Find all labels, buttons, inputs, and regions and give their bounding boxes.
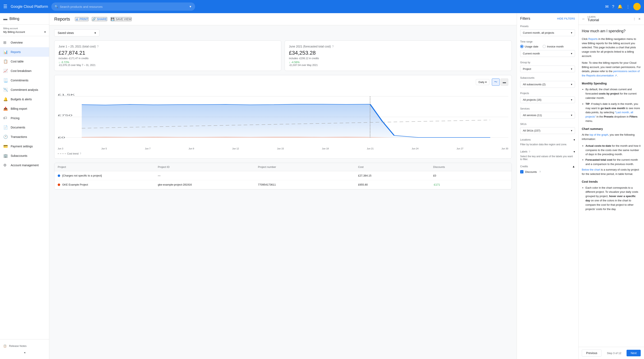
skus-dropdown[interactable]: All SKUs (157) ▾ xyxy=(520,127,575,134)
tutorial-para-0: Click Reports in the Billing navigation … xyxy=(582,37,641,58)
sidebar-item-budgets-alerts[interactable]: 🔔 Budgets & alerts xyxy=(0,95,49,104)
x-label-7: Jun 21 xyxy=(367,147,374,150)
usage-date-dot xyxy=(521,46,523,47)
current-month-dropdown[interactable]: Current month ▾ xyxy=(520,50,575,57)
tutorial-prev-button[interactable]: Previous xyxy=(582,349,602,356)
top-of-graph-link[interactable]: top of the graph xyxy=(590,133,608,136)
print-button[interactable]: 🖨 PRINT xyxy=(75,17,88,21)
sidebar-item-account-management[interactable]: ⚙ Account management xyxy=(0,161,49,170)
help-icon-actual[interactable]: ? xyxy=(97,45,98,48)
billing-account-selector[interactable]: My Billing Account ▾ xyxy=(3,31,46,34)
below-chart-link[interactable]: Below the chart xyxy=(582,168,600,171)
sidebar-item-commitment-analysis[interactable]: 📉 Commitment analysis xyxy=(0,85,49,95)
project-cost-0: £27,384.15 xyxy=(358,174,433,177)
subaccounts-dropdown[interactable]: All subaccounts (2) ▾ xyxy=(520,81,575,88)
sidebar-item-cost-table[interactable]: 📋 Cost table xyxy=(0,57,49,66)
reports-link[interactable]: Reports xyxy=(588,37,598,41)
sidebar-item-label: Pricing xyxy=(11,117,20,120)
labels-help-icon[interactable]: ? xyxy=(528,150,530,153)
tutorial-chart-summary-title: Chart summary xyxy=(582,127,641,131)
labels-chevron: ▾ xyxy=(574,150,575,153)
tutorial-close-icon[interactable]: ✕ xyxy=(638,17,641,21)
col-discounts: Discounts xyxy=(433,165,508,169)
change-value-actual: -3.72% xyxy=(61,61,69,64)
tutorial-sub-item-1: Forecasted total cost for the current mo… xyxy=(586,158,641,166)
tutorial-monthly-list: By default, the chart shows current and … xyxy=(582,87,641,123)
release-notes-icon: 📋 xyxy=(3,344,6,347)
services-dropdown[interactable]: All services (11) ▾ xyxy=(520,112,575,119)
sidebar-collapse-btn[interactable]: ◂ xyxy=(3,349,46,356)
tutorial-header-actions: ⋮ ✕ xyxy=(633,17,641,21)
daily-dropdown[interactable]: Daily ▾ xyxy=(476,79,489,85)
current-month-chevron: ▾ xyxy=(571,52,572,55)
x-label-0: Jun 3 xyxy=(58,147,63,150)
sidebar-item-pricing[interactable]: 🏷 Pricing xyxy=(0,113,49,123)
locations-header[interactable]: Locations ▾ xyxy=(520,138,575,141)
sidebar-item-subaccounts[interactable]: 🏢 Subaccounts xyxy=(0,151,49,161)
group-by-dropdown[interactable]: Project ▾ xyxy=(520,66,575,72)
skus-section: SKUs All SKUs (157) ▾ xyxy=(520,123,575,134)
subaccounts-value: All subaccounts (2) xyxy=(523,83,546,86)
presets-chevron: ▾ xyxy=(571,31,572,34)
avatar[interactable] xyxy=(633,3,641,10)
help-icon[interactable]: ? xyxy=(612,4,614,9)
billing-account-chevron: ▾ xyxy=(44,31,46,34)
projects-value: All projects (16) xyxy=(523,98,541,101)
email-icon[interactable]: ✉ xyxy=(605,4,609,9)
sidebar-item-transactions[interactable]: 🕐 Transactions xyxy=(0,132,49,142)
sidebar-item-cost-breakdown[interactable]: 📈 Cost breakdown xyxy=(0,66,49,76)
print-label: PRINT xyxy=(80,18,88,21)
credits-label: Credits xyxy=(520,165,528,168)
hide-filters-button[interactable]: HIDE FILTERS xyxy=(557,17,575,20)
line-chart-btn[interactable]: 〜 xyxy=(492,79,500,86)
account-management-icon: ⚙ xyxy=(3,163,8,167)
discounts-label: Discounts xyxy=(525,170,537,173)
save-view-button[interactable]: 💾 SAVE VIEW xyxy=(110,17,132,21)
documents-icon: 📄 xyxy=(3,125,8,130)
sidebar-item-release-notes[interactable]: 📋 Release Notes xyxy=(3,343,46,349)
projects-dropdown[interactable]: All projects (16) ▾ xyxy=(520,96,575,103)
col-project-id: Project ID xyxy=(158,165,258,169)
billing-header: ▬ Billing xyxy=(0,13,49,25)
help-icon-forecast[interactable]: ? xyxy=(332,45,334,48)
presets-dropdown[interactable]: Current month, all projects ▾ xyxy=(520,29,575,36)
sidebar-item-payment-settings[interactable]: 💳 Payment settings xyxy=(0,142,49,151)
bell-icon[interactable]: 🔔 xyxy=(618,4,623,9)
saved-views-dropdown[interactable]: Saved views ▾ xyxy=(54,29,100,36)
sidebar-item-billing-export[interactable]: 📤 Billing export xyxy=(0,104,49,113)
sidebar-item-label: Transactions xyxy=(11,135,27,139)
labels-header[interactable]: Labels ? ▾ xyxy=(520,150,575,153)
sidebar-item-commitments[interactable]: 📃 Commitments xyxy=(0,76,49,85)
tutorial-para-1: Note: To view the billing reports for yo… xyxy=(582,61,641,78)
nav-actions: ✉ ? 🔔 ⋮ xyxy=(605,3,641,10)
discounts-checkbox[interactable]: ✓ Discounts ? xyxy=(520,170,575,173)
search-input[interactable] xyxy=(60,5,187,9)
group-by-chevron: ▾ xyxy=(571,67,572,71)
sidebar-item-overview[interactable]: ⊞ Overview xyxy=(0,38,49,47)
tutorial-more-icon[interactable]: ⋮ xyxy=(633,17,636,21)
usage-date-radio[interactable]: Usage date xyxy=(520,45,538,48)
permissions-link[interactable]: permissions section of the Reports docum… xyxy=(582,70,640,77)
x-label-5: Jun 15 xyxy=(277,147,284,150)
share-label: SHARE xyxy=(97,18,107,21)
more-icon[interactable]: ⋮ xyxy=(626,4,630,9)
discounts-help-icon[interactable]: ? xyxy=(539,170,541,173)
search-chevron-icon[interactable]: ▼ xyxy=(189,5,192,8)
hamburger-icon[interactable]: ☰ xyxy=(3,4,8,9)
sidebar-item-reports[interactable]: 📊 Reports xyxy=(0,47,49,57)
summary-cards: June 1 – 25, 2021 (total cost) ? £27,874… xyxy=(54,41,512,71)
invoice-month-radio[interactable]: Invoice month xyxy=(542,45,564,48)
billing-account-label: Billing account xyxy=(3,27,46,30)
share-button[interactable]: 🔗 SHARE xyxy=(92,17,107,21)
summary-card-title-actual: June 1 – 25, 2021 (total cost) ? xyxy=(58,45,277,48)
project-dot-1 xyxy=(58,184,60,186)
tutorial-back-icon[interactable]: ← xyxy=(582,17,586,21)
tutorial-next-button[interactable]: Next xyxy=(626,350,641,356)
credits-header[interactable]: Credits ▲ xyxy=(520,165,575,168)
sidebar-item-label: Overview xyxy=(11,41,22,44)
bar-chart-btn[interactable]: ▬ xyxy=(500,79,508,86)
sidebar-item-documents[interactable]: 📄 Documents xyxy=(0,123,49,132)
cost-trend-help[interactable]: ? xyxy=(80,152,81,155)
group-by-label: Group by xyxy=(520,61,575,64)
cost-table-icon: 📋 xyxy=(3,59,8,64)
